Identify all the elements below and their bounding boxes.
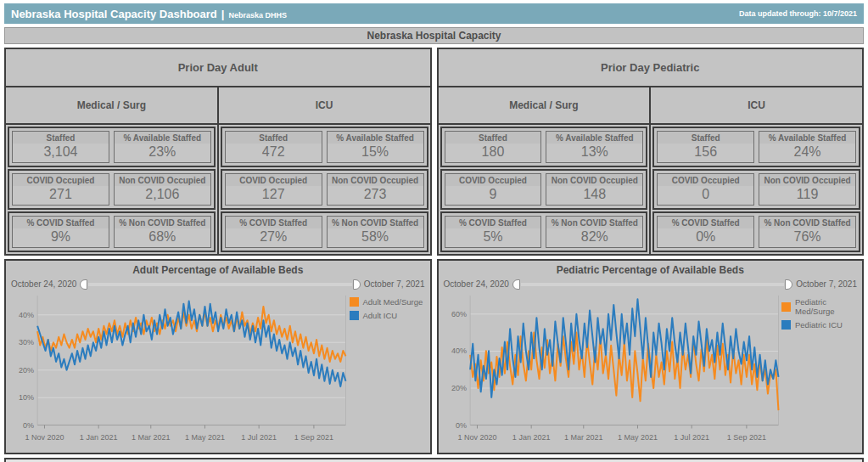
slider-handle-left[interactable] bbox=[80, 279, 87, 290]
stat-row: Staffed156% Available Staffed24% bbox=[652, 127, 860, 167]
svg-text:1 Nov 2020: 1 Nov 2020 bbox=[457, 433, 496, 442]
stat-row: % COVID Staffed9%% Non COVID Staffed68% bbox=[8, 211, 216, 252]
svg-text:1 Jul 2021: 1 Jul 2021 bbox=[674, 433, 709, 442]
stat-cell: % Non COVID Staffed58% bbox=[327, 216, 424, 248]
svg-text:1 Nov 2020: 1 Nov 2020 bbox=[25, 433, 64, 442]
app-subtitle: Nebraska DHHS bbox=[228, 11, 287, 20]
chart-panels: Adult Percentage of Available Beds Octob… bbox=[4, 259, 864, 454]
stat-value: 156 bbox=[658, 144, 753, 162]
stat-label: Non COVID Occupied bbox=[759, 174, 855, 186]
stat-label: % COVID Staffed bbox=[658, 217, 753, 228]
stat-cell: COVID Occupied9 bbox=[445, 173, 542, 206]
date-range-slider: October 24, 2020 October 7, 2021 bbox=[8, 278, 428, 290]
svg-text:1 Mar 2021: 1 Mar 2021 bbox=[132, 433, 171, 442]
stat-row: Staffed180% Available Staffed13% bbox=[440, 127, 648, 167]
svg-text:40%: 40% bbox=[19, 311, 34, 319]
title-separator: | bbox=[221, 8, 225, 20]
stat-cell: Staffed156 bbox=[657, 131, 754, 163]
stat-label: % COVID Staffed bbox=[445, 217, 541, 228]
stat-label: % Non COVID Staffed bbox=[759, 217, 855, 228]
stats-column-medsurg: Staffed180% Available Staffed13%COVID Oc… bbox=[439, 125, 650, 254]
stat-label: Staffed bbox=[13, 132, 109, 144]
stat-value: 9 bbox=[445, 186, 541, 205]
stat-cell: COVID Occupied127 bbox=[225, 173, 322, 206]
stat-value: 271 bbox=[13, 186, 109, 205]
stat-cell: % COVID Staffed5% bbox=[445, 216, 542, 248]
stat-cell: Non COVID Occupied2,106 bbox=[114, 173, 211, 206]
stat-value: 119 bbox=[759, 186, 855, 205]
section-header-icu: ICU bbox=[217, 87, 430, 123]
stat-label: % Available Staffed bbox=[328, 132, 423, 144]
legend-item[interactable]: Adult ICU bbox=[350, 311, 428, 320]
stat-label: Non COVID Occupied bbox=[546, 174, 642, 186]
stat-row: Staffed3,104% Available Staffed23% bbox=[8, 127, 216, 167]
stat-row: COVID Occupied271Non COVID Occupied2,106 bbox=[8, 169, 216, 210]
stat-value: 15% bbox=[328, 144, 423, 162]
stat-label: % COVID Staffed bbox=[226, 217, 322, 228]
pediatric-beds-line-chart: 0%20%40%60%1 Nov 20201 Jan 20211 Mar 202… bbox=[441, 290, 782, 451]
svg-text:0%: 0% bbox=[456, 421, 467, 430]
stat-cell: Non COVID Occupied119 bbox=[759, 173, 856, 206]
legend-swatch bbox=[350, 311, 359, 320]
stat-label: % COVID Staffed bbox=[13, 217, 109, 228]
stats-column-icu: Staffed156% Available Staffed24%COVID Oc… bbox=[649, 125, 862, 254]
stat-value: 9% bbox=[13, 228, 109, 247]
slider-handle-left[interactable] bbox=[512, 279, 520, 290]
legend-item[interactable]: Pediatric Med/Surge bbox=[781, 297, 860, 316]
legend-label: Pediatric Med/Surge bbox=[795, 297, 860, 316]
slider-handle-right[interactable] bbox=[785, 279, 792, 290]
chart-body: 0%10%20%30%40%1 Nov 20201 Jan 20211 Mar … bbox=[8, 290, 428, 451]
legend-item[interactable]: Adult Med/Surge bbox=[350, 297, 428, 307]
stat-label: COVID Occupied bbox=[445, 174, 541, 186]
section-headers: Medical / Surg ICU bbox=[6, 87, 430, 125]
legend-label: Adult Med/Surge bbox=[363, 297, 423, 307]
chart-legend: Adult Med/SurgeAdult ICU bbox=[350, 290, 428, 451]
stat-panels: Prior Day Adult Medical / Surg ICU Staff… bbox=[4, 48, 864, 256]
stat-label: COVID Occupied bbox=[658, 174, 753, 186]
adult-beds-line-chart: 0%10%20%30%40%1 Nov 20201 Jan 20211 Mar … bbox=[8, 290, 350, 451]
svg-text:1 Mar 2021: 1 Mar 2021 bbox=[563, 433, 602, 442]
stat-label: % Available Staffed bbox=[115, 132, 210, 144]
stat-value: 82% bbox=[546, 228, 642, 247]
legend-label: Adult ICU bbox=[363, 311, 398, 320]
section-header-medsurg: Medical / Surg bbox=[6, 87, 217, 123]
stat-cell: Staffed472 bbox=[225, 131, 322, 163]
slider-track[interactable] bbox=[521, 283, 785, 286]
stat-value: 58% bbox=[328, 228, 423, 247]
stat-cell: % Available Staffed23% bbox=[114, 131, 211, 163]
stat-row: % COVID Staffed0%% Non COVID Staffed76% bbox=[652, 211, 860, 252]
stat-label: % Available Staffed bbox=[546, 132, 642, 144]
stat-value: 273 bbox=[328, 186, 423, 205]
slider-end-label: October 7, 2021 bbox=[364, 279, 425, 289]
svg-text:1 Jul 2021: 1 Jul 2021 bbox=[241, 433, 277, 442]
stat-label: Non COVID Occupied bbox=[328, 174, 423, 186]
dashboard-tab-bar: Hospital CapacityLHD Statistics MapDaily… bbox=[4, 458, 864, 462]
pediatric-beds-chart-panel: Pediatric Percentage of Available Beds O… bbox=[437, 259, 865, 454]
stat-value: 3,104 bbox=[13, 144, 109, 162]
stat-value: 0% bbox=[658, 228, 753, 247]
stat-label: % Non COVID Staffed bbox=[328, 217, 423, 228]
svg-text:1 Sep 2021: 1 Sep 2021 bbox=[294, 433, 333, 442]
stat-cell: COVID Occupied0 bbox=[657, 173, 754, 206]
legend-swatch bbox=[781, 302, 791, 312]
data-updated-text: Data updated through: 10/7/2021 bbox=[739, 9, 857, 18]
stat-row: COVID Occupied0Non COVID Occupied119 bbox=[652, 169, 860, 210]
stat-value: 180 bbox=[445, 144, 541, 162]
page-title: Nebraska Hospital Capacity bbox=[4, 27, 864, 44]
app-header: Nebraska Hospital Capacity Dashboard | N… bbox=[4, 3, 864, 24]
slider-handle-right[interactable] bbox=[353, 279, 361, 290]
date-range-slider: October 24, 2020 October 7, 2021 bbox=[441, 278, 860, 290]
stat-label: % Non COVID Staffed bbox=[115, 217, 210, 228]
svg-text:20%: 20% bbox=[451, 384, 467, 392]
legend-label: Pediatric ICU bbox=[795, 320, 843, 330]
stat-cell: Staffed3,104 bbox=[12, 131, 109, 163]
stat-cell: COVID Occupied271 bbox=[12, 173, 109, 206]
stat-row: COVID Occupied9Non COVID Occupied148 bbox=[440, 169, 648, 210]
stat-value: 68% bbox=[115, 228, 210, 247]
chart-title: Pediatric Percentage of Available Beds bbox=[441, 262, 860, 278]
stat-value: 27% bbox=[226, 228, 322, 247]
slider-track[interactable] bbox=[88, 283, 352, 286]
stat-cell: Staffed180 bbox=[445, 131, 542, 163]
section-header-icu: ICU bbox=[649, 87, 862, 123]
legend-item[interactable]: Pediatric ICU bbox=[781, 320, 860, 330]
